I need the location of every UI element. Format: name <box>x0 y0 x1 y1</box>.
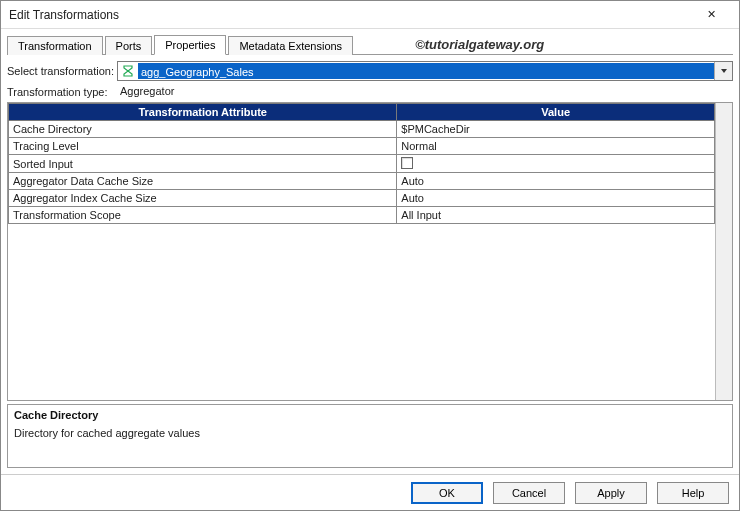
apply-button[interactable]: Apply <box>575 482 647 504</box>
cancel-button[interactable]: Cancel <box>493 482 565 504</box>
ok-button[interactable]: OK <box>411 482 483 504</box>
column-header-value: Value <box>397 104 715 121</box>
table-row[interactable]: Tracing LevelNormal <box>9 138 715 155</box>
cell-value[interactable] <box>397 155 715 173</box>
cell-attribute: Transformation Scope <box>9 207 397 224</box>
transformation-type-label: Transformation type: <box>7 86 117 98</box>
table-row[interactable]: Transformation ScopeAll Input <box>9 207 715 224</box>
tab-metadata-extensions[interactable]: Metadata Extensions <box>228 36 353 55</box>
watermark-text: ©tutorialgateway.org <box>415 37 544 54</box>
cell-attribute: Aggregator Index Cache Size <box>9 190 397 207</box>
sigma-icon <box>120 63 136 79</box>
cell-attribute: Tracing Level <box>9 138 397 155</box>
content-area: Transformation Ports Properties Metadata… <box>1 29 739 474</box>
table-row[interactable]: Aggregator Index Cache SizeAuto <box>9 190 715 207</box>
select-transformation-dropdown[interactable]: agg_Geography_Sales <box>117 61 733 81</box>
description-panel: Cache Directory Directory for cached agg… <box>7 404 733 468</box>
cell-value[interactable]: Auto <box>397 190 715 207</box>
transformation-type-value: Aggregator <box>117 84 733 99</box>
transformation-type-row: Transformation type: Aggregator <box>7 84 733 99</box>
properties-table-container: Transformation Attribute Value Cache Dir… <box>7 102 733 401</box>
column-header-attribute: Transformation Attribute <box>9 104 397 121</box>
close-button[interactable]: ✕ <box>691 3 731 27</box>
help-button[interactable]: Help <box>657 482 729 504</box>
cell-value[interactable]: All Input <box>397 207 715 224</box>
table-row[interactable]: Sorted Input <box>9 155 715 173</box>
checkbox-icon[interactable] <box>401 157 413 169</box>
tab-ports[interactable]: Ports <box>105 36 153 55</box>
table-row[interactable]: Cache Directory$PMCacheDir <box>9 121 715 138</box>
cell-value[interactable]: Auto <box>397 173 715 190</box>
description-title: Cache Directory <box>14 409 726 421</box>
tab-properties[interactable]: Properties <box>154 35 226 55</box>
window-title: Edit Transformations <box>9 8 691 22</box>
close-icon: ✕ <box>707 8 716 21</box>
table-row[interactable]: Aggregator Data Cache SizeAuto <box>9 173 715 190</box>
vertical-scrollbar[interactable] <box>715 103 732 400</box>
description-body: Directory for cached aggregate values <box>14 427 726 439</box>
button-bar: OK Cancel Apply Help <box>1 474 739 510</box>
select-transformation-row: Select transformation: agg_Geography_Sal… <box>7 61 733 81</box>
tab-transformation[interactable]: Transformation <box>7 36 103 55</box>
tab-row: Transformation Ports Properties Metadata… <box>7 33 733 55</box>
cell-attribute: Sorted Input <box>9 155 397 173</box>
select-transformation-label: Select transformation: <box>7 65 117 77</box>
titlebar: Edit Transformations ✕ <box>1 1 739 29</box>
properties-table: Transformation Attribute Value Cache Dir… <box>8 103 715 224</box>
select-transformation-value: agg_Geography_Sales <box>138 63 714 79</box>
dialog-window: Edit Transformations ✕ Transformation Po… <box>0 0 740 511</box>
properties-table-scroll[interactable]: Transformation Attribute Value Cache Dir… <box>8 103 715 400</box>
cell-attribute: Cache Directory <box>9 121 397 138</box>
chevron-down-icon <box>714 62 732 80</box>
cell-value[interactable]: $PMCacheDir <box>397 121 715 138</box>
cell-attribute: Aggregator Data Cache Size <box>9 173 397 190</box>
cell-value[interactable]: Normal <box>397 138 715 155</box>
